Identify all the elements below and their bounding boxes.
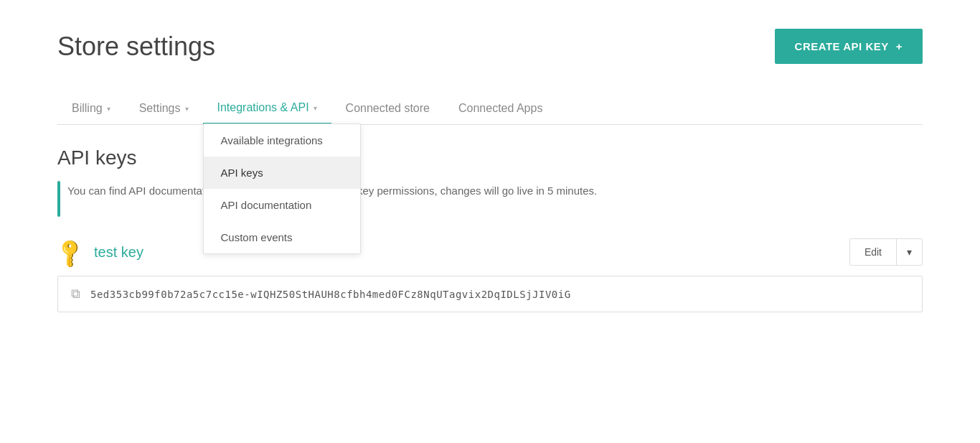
- nav-tabs: Billing ▾ Settings ▾ Integrations & API …: [57, 93, 923, 125]
- dropdown-item-available-integrations[interactable]: Available integrations: [204, 124, 360, 157]
- info-bar: [57, 181, 60, 217]
- chevron-down-icon: ▾: [907, 246, 912, 258]
- edit-button[interactable]: Edit: [850, 239, 896, 265]
- chevron-down-icon: ▾: [185, 105, 189, 113]
- dropdown-item-api-documentation[interactable]: API documentation: [204, 189, 360, 221]
- copy-icon[interactable]: ⧉: [71, 286, 80, 302]
- dropdown-item-custom-events[interactable]: Custom events: [204, 221, 360, 253]
- edit-dropdown-button[interactable]: ▾: [897, 239, 922, 265]
- page-header: Store settings CREATE API KEY +: [57, 29, 923, 64]
- chevron-down-icon: ▾: [314, 104, 317, 112]
- dropdown-item-api-keys[interactable]: API keys: [204, 157, 360, 189]
- dropdown-item-label: API keys: [221, 167, 263, 179]
- tab-integrations[interactable]: Integrations & API ▾ Available integrati…: [203, 93, 331, 124]
- api-key-name: test key: [94, 244, 143, 261]
- plus-icon: +: [896, 40, 903, 52]
- create-api-key-label: CREATE API KEY: [795, 40, 889, 52]
- dropdown-item-label: API documentation: [221, 199, 312, 211]
- key-icon: 🔑: [52, 235, 87, 269]
- tab-settings-label: Settings: [139, 102, 181, 115]
- dropdown-item-label: Custom events: [221, 231, 293, 243]
- info-block: You can find API documentation here. Whe…: [57, 181, 923, 217]
- api-keys-section: API keys You can find API documentation …: [57, 146, 923, 312]
- tab-settings[interactable]: Settings ▾: [125, 93, 203, 123]
- edit-btn-group: Edit ▾: [849, 238, 923, 266]
- page-title: Store settings: [57, 32, 215, 62]
- tab-integrations-label: Integrations & API: [217, 101, 309, 114]
- tab-connected-apps-label: Connected Apps: [458, 102, 542, 115]
- api-key-string: 5ed353cb99f0b72a5c7cc15e-wIQHZ50StHAUH8c…: [90, 289, 571, 300]
- chevron-down-icon: ▾: [107, 105, 110, 113]
- create-api-key-button[interactable]: CREATE API KEY +: [775, 29, 923, 64]
- api-key-row: 🔑 test key Edit ▾: [57, 238, 923, 266]
- tab-billing[interactable]: Billing ▾: [57, 93, 125, 123]
- page-container: Store settings CREATE API KEY + Billing …: [0, 0, 980, 443]
- api-key-value-box: ⧉ 5ed353cb99f0b72a5c7cc15e-wIQHZ50StHAUH…: [57, 276, 923, 312]
- integrations-dropdown: Available integrations API keys API docu…: [203, 123, 361, 254]
- tab-connected-store[interactable]: Connected store: [331, 93, 444, 123]
- tab-billing-label: Billing: [72, 102, 103, 115]
- section-title: API keys: [57, 146, 923, 169]
- tab-connected-store-label: Connected store: [346, 102, 430, 115]
- tab-connected-apps[interactable]: Connected Apps: [444, 93, 557, 123]
- dropdown-item-label: Available integrations: [221, 134, 323, 146]
